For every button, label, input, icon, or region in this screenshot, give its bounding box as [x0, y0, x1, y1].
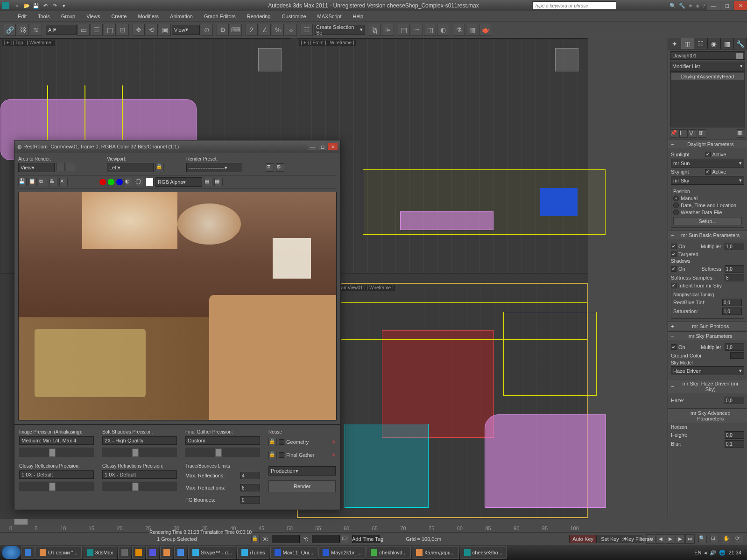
undo-icon[interactable]: ↶ — [41, 1, 49, 10]
mirror-icon[interactable]: ⧎ — [369, 24, 381, 36]
hierarchy-tab-icon[interactable]: ☷ — [694, 38, 707, 49]
setup-button[interactable]: Setup... — [673, 217, 742, 225]
soft-shadows-value[interactable]: 2X - High Quality — [102, 436, 177, 445]
viewcube-front[interactable] — [555, 48, 578, 71]
nav-orbit-icon[interactable]: ⟳ — [735, 535, 743, 543]
production-combo[interactable]: Production ▾ — [268, 466, 336, 476]
sky-params-rollout[interactable]: −mr Sky Parameters — [668, 332, 747, 340]
manual-radio[interactable]: • — [673, 196, 679, 201]
rotate-icon[interactable]: ⟲ — [146, 24, 158, 36]
mono-icon[interactable]: ◯ — [135, 178, 143, 186]
blue-channel-icon[interactable] — [116, 179, 123, 185]
menu-edit[interactable]: Edit — [14, 13, 30, 20]
timeline[interactable]: 0510152025303540455055606570758085909510… — [0, 518, 588, 532]
glossy-refr-slider[interactable] — [102, 482, 177, 491]
task-item[interactable]: 3dsMax — [83, 546, 118, 559]
material-editor-icon[interactable]: ◐ — [437, 24, 449, 36]
render-icon[interactable]: 🫖 — [479, 24, 491, 36]
fg-bounces-spinner[interactable]: 0 — [240, 496, 260, 504]
task-item[interactable]: cheeseSho... — [460, 546, 507, 559]
display-tab-icon[interactable]: ▦ — [721, 38, 734, 49]
align-icon[interactable]: ⊫ — [382, 24, 394, 36]
nav-pan-icon[interactable]: ✋ — [723, 535, 731, 543]
copy-image-icon[interactable]: 📋 — [28, 178, 37, 186]
tray-icon[interactable]: 🌐 — [719, 550, 726, 556]
fg-precision-value[interactable]: Custom — [185, 436, 260, 445]
goto-end-icon[interactable]: ⏭ — [685, 534, 695, 544]
modify-tab-icon[interactable]: ◫ — [681, 38, 694, 49]
spinner-snap-icon[interactable]: ⟐ — [285, 24, 297, 36]
autokey-button[interactable]: Auto Key — [569, 535, 597, 543]
task-item[interactable] — [174, 546, 187, 559]
object-name-field[interactable]: Daylight01 — [670, 51, 745, 60]
new-icon[interactable]: ▫ — [13, 1, 21, 10]
task-item[interactable]: От серии "... — [35, 546, 82, 559]
glossy-refl-value[interactable]: 1.0X - Default — [19, 470, 94, 479]
horizon-blur-spinner[interactable]: 0,1 — [725, 440, 744, 448]
sunlight-combo[interactable]: mr Sun▾ — [671, 159, 744, 168]
sun-mult-spinner[interactable]: 1,0 — [725, 243, 744, 250]
viewport-top-label[interactable]: [ + ] [ Top ] [ Wireframe ] — [2, 40, 55, 46]
setkey-button[interactable]: Set Key — [598, 535, 622, 543]
sky-on-checkbox[interactable]: ✔ — [671, 344, 677, 350]
star-icon[interactable]: ★ — [688, 3, 693, 9]
pivot-icon[interactable]: ⊙ — [201, 24, 213, 36]
sky-mult-spinner[interactable]: 1,0 — [725, 343, 744, 351]
menu-maxscript[interactable]: MAXScript — [314, 13, 345, 20]
tray-icon[interactable]: 🔊 — [710, 550, 716, 556]
task-item[interactable] — [160, 546, 173, 559]
named-sel-icon[interactable]: ☷ — [301, 24, 313, 36]
clock[interactable]: 21:34 — [728, 550, 741, 555]
open-icon[interactable]: 📂 — [22, 1, 31, 10]
skylight-active-checkbox[interactable]: ✔ — [705, 169, 711, 175]
task-item[interactable] — [118, 546, 131, 559]
img-precision-value[interactable]: Medium: Min 1/4, Max 4 — [19, 436, 94, 445]
help-search-input[interactable] — [532, 1, 616, 10]
utilities-tab-icon[interactable]: 🔧 — [734, 38, 747, 49]
object-color-swatch[interactable] — [736, 53, 743, 59]
next-frame-icon[interactable]: ▶ — [676, 534, 685, 544]
delete-fg-icon[interactable]: ✕ — [331, 452, 336, 458]
render-setup-icon[interactable]: ⚗ — [453, 24, 465, 36]
green-channel-icon[interactable] — [108, 179, 114, 185]
haze-rollout[interactable]: −mr Sky: Haze Driven (mr Sky) — [668, 379, 747, 393]
prev-frame-icon[interactable]: ◀ — [656, 534, 665, 544]
y-coord-field[interactable] — [312, 535, 340, 543]
pin-stack-icon[interactable]: 📌 — [670, 129, 678, 138]
saturation-spinner[interactable]: 1,0 — [722, 308, 742, 315]
layers-icon[interactable]: ▤ — [398, 24, 410, 36]
unlink-icon[interactable]: ⛓ — [17, 24, 29, 36]
named-selection-combo[interactable]: Create Selection Se ▾ — [314, 25, 365, 35]
curve-editor-icon[interactable]: 〰 — [411, 24, 423, 36]
reuse-geom-checkbox[interactable] — [279, 439, 284, 445]
render-frame-icon[interactable]: ▦ — [466, 24, 478, 36]
lock-icon[interactable]: 🔒 — [155, 163, 164, 171]
task-item[interactable]: Max11_Qui... — [270, 546, 317, 559]
weather-radio[interactable] — [673, 210, 679, 215]
lock-fg-icon[interactable]: 🔒 — [268, 451, 277, 459]
glossy-refr-value[interactable]: 1.0X - Default — [102, 470, 177, 479]
help-icon[interactable]: ? — [702, 3, 705, 9]
satellite-icon[interactable]: ◈ — [696, 3, 699, 9]
task-item[interactable]: Maya2k1x_... — [318, 546, 366, 559]
refcoord-combo[interactable]: View ▾ — [172, 25, 200, 35]
sky-model-combo[interactable]: Haze Driven▾ — [671, 366, 744, 375]
task-item[interactable] — [146, 546, 159, 559]
menu-help[interactable]: Help — [349, 13, 367, 20]
environment-icon[interactable]: ⚙ — [276, 163, 284, 172]
preset-combo[interactable]: --------------------- ▾ — [186, 163, 242, 172]
task-item[interactable]: chekhlovd... — [366, 546, 411, 559]
tint-spinner[interactable]: 0,0 — [722, 299, 742, 306]
manipulate-icon[interactable]: ⚙ — [217, 24, 229, 36]
task-item[interactable]: iTunes — [237, 546, 269, 559]
skylight-combo[interactable]: mr Sky▾ — [671, 176, 744, 185]
lock-geom-icon[interactable]: 🔒 — [268, 438, 277, 446]
task-item[interactable]: Календарь... — [412, 546, 459, 559]
remove-mod-icon[interactable]: 🗑 — [698, 129, 706, 138]
clone-icon[interactable]: ⧉ — [39, 178, 47, 186]
menu-group[interactable]: Group — [57, 13, 79, 20]
rendered-image[interactable] — [18, 192, 337, 420]
maximize-button[interactable]: ◻ — [720, 1, 733, 10]
add-time-tag[interactable]: Add Time Tag — [352, 536, 383, 542]
timeline-slider[interactable] — [14, 518, 28, 525]
